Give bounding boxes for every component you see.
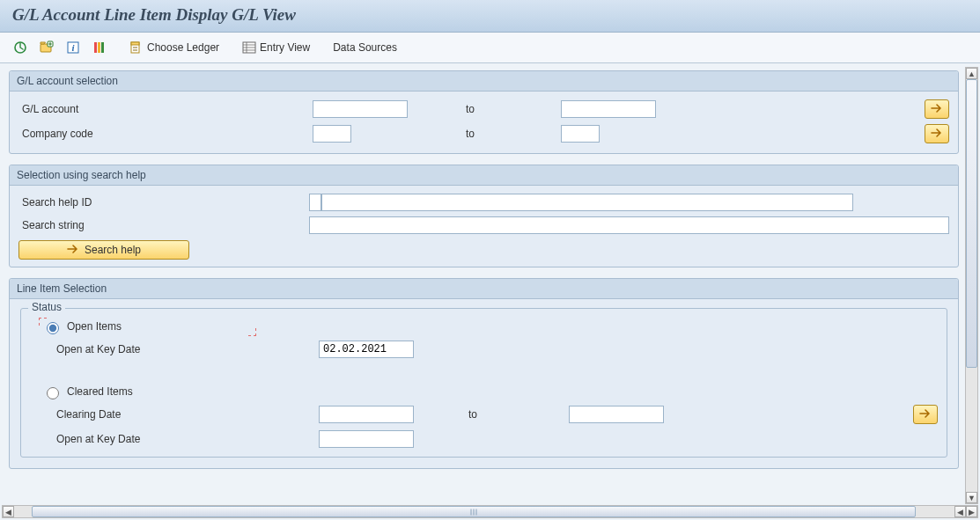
open-items-radio-row[interactable]: Open Items xyxy=(30,316,938,337)
search-help-id-desc-input[interactable] xyxy=(321,194,853,211)
scroll-down-button[interactable]: ▼ xyxy=(966,492,977,503)
page-title: G/L Account Line Item Display G/L View xyxy=(12,5,968,25)
choose-ledger-label: Choose Ledger xyxy=(147,41,219,54)
company-code-label: Company code xyxy=(18,128,309,140)
arrow-right-icon xyxy=(931,103,943,116)
vscroll-track[interactable] xyxy=(966,79,977,492)
scroll-left-button[interactable]: ◀ xyxy=(3,506,14,517)
group-gl-selection: G/L account selection G/L account to xyxy=(9,70,959,154)
horizontal-scrollbar[interactable]: ◀ ◀ ▶ xyxy=(2,505,978,518)
search-string-input[interactable] xyxy=(309,216,949,234)
entry-view-label: Entry View xyxy=(260,41,310,54)
company-code-to-input[interactable] xyxy=(561,125,600,143)
svg-rect-9 xyxy=(131,42,139,45)
vertical-scrollbar[interactable]: ▲ ▼ xyxy=(965,67,978,504)
arrow-right-icon xyxy=(931,128,943,141)
clearing-date-label: Clearing Date xyxy=(44,408,315,421)
cleared-open-key-date-label: Open at Key Date xyxy=(44,433,315,445)
company-code-to-label: to xyxy=(461,128,557,140)
gl-account-to-input[interactable] xyxy=(561,100,656,118)
group-status: Status Open Items Open at Key Date xyxy=(20,308,947,458)
cleared-items-radio-row[interactable]: Cleared Items xyxy=(30,381,938,402)
entry-view-icon xyxy=(242,40,256,55)
folder-plus-icon xyxy=(40,40,54,55)
gl-account-from-input[interactable] xyxy=(313,100,408,118)
group-search-help-title: Selection using search help xyxy=(10,165,958,186)
gl-account-to-label: to xyxy=(461,103,557,115)
clearing-date-to-label: to xyxy=(468,408,565,421)
scroll-up-button[interactable]: ▲ xyxy=(966,68,977,79)
open-items-radio[interactable] xyxy=(47,322,59,334)
info-icon: i xyxy=(66,40,80,55)
cleared-items-radio[interactable] xyxy=(47,387,59,399)
search-help-icon xyxy=(67,244,79,257)
company-code-multi-button[interactable] xyxy=(925,124,949,143)
gl-account-multi-button[interactable] xyxy=(925,99,949,119)
toolbar: i Choose Ledger Entry View Data Sources xyxy=(0,33,980,63)
entry-view-button[interactable]: Entry View xyxy=(238,38,314,57)
svg-rect-6 xyxy=(98,42,100,53)
app-window: G/L Account Line Item Display G/L View i xyxy=(0,0,980,520)
open-key-date-label: Open at Key Date xyxy=(44,343,315,355)
group-search-help: Selection using search help Search help … xyxy=(9,165,959,267)
svg-rect-5 xyxy=(94,42,97,53)
cleared-open-key-date-input[interactable] xyxy=(319,430,414,448)
content-area: G/L account selection G/L account to xyxy=(0,63,980,520)
clearing-date-to-input[interactable] xyxy=(569,406,664,423)
clearing-date-multi-button[interactable] xyxy=(913,405,938,424)
content-inner: G/L account selection G/L account to xyxy=(4,67,964,504)
scroll-right-button[interactable]: ◀ xyxy=(954,506,966,517)
ledger-icon xyxy=(129,40,144,55)
vscroll-thumb[interactable] xyxy=(966,79,977,368)
search-help-button[interactable]: Search help xyxy=(18,240,189,260)
open-items-label: Open Items xyxy=(67,320,122,333)
group-status-title: Status xyxy=(28,301,65,313)
search-string-label: Search string xyxy=(18,219,309,231)
cleared-items-label: Cleared Items xyxy=(67,385,133,398)
gl-account-label: G/L account xyxy=(18,103,309,115)
scroll-right-end-button[interactable]: ▶ xyxy=(966,506,977,517)
choose-ledger-button[interactable]: Choose Ledger xyxy=(125,38,224,57)
group-line-item-selection: Line Item Selection Status Open Items Op… xyxy=(9,278,959,469)
clearing-date-from-input[interactable] xyxy=(319,406,414,423)
execute-icon xyxy=(13,40,27,55)
group-line-item-selection-title: Line Item Selection xyxy=(10,279,958,299)
execute-button[interactable] xyxy=(9,38,32,57)
list-color-icon xyxy=(92,40,107,55)
data-sources-label: Data Sources xyxy=(333,41,397,54)
arrow-right-icon xyxy=(919,408,932,421)
hscroll-thumb[interactable] xyxy=(32,506,916,517)
get-variant-button[interactable] xyxy=(35,38,58,57)
search-help-id-label: Search help ID xyxy=(18,196,309,209)
company-code-from-input[interactable] xyxy=(313,125,351,143)
open-key-date-input[interactable] xyxy=(319,341,414,358)
info-button[interactable]: i xyxy=(62,38,85,57)
title-bar: G/L Account Line Item Display G/L View xyxy=(0,0,980,33)
data-sources-button[interactable]: Data Sources xyxy=(328,39,402,56)
svg-rect-7 xyxy=(101,42,104,53)
search-help-id-key-input[interactable] xyxy=(309,194,321,211)
group-gl-selection-title: G/L account selection xyxy=(10,71,958,92)
dynamic-selections-button[interactable] xyxy=(88,38,111,57)
hscroll-track[interactable] xyxy=(15,506,954,517)
search-help-button-label: Search help xyxy=(85,244,141,256)
